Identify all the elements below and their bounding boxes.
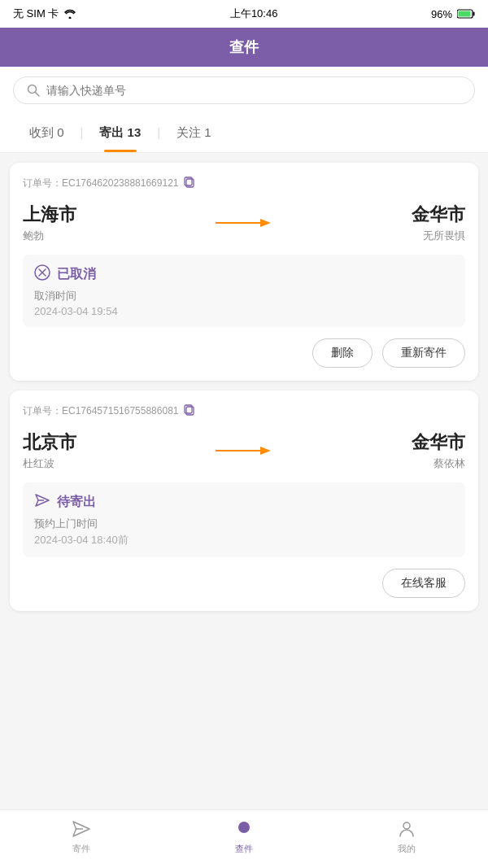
app-header: 查件 xyxy=(0,28,488,67)
card-actions-1: 删除 重新寄件 xyxy=(23,338,465,368)
resend-button[interactable]: 重新寄件 xyxy=(382,338,465,368)
nav-mine-icon xyxy=(396,818,417,840)
detail-time-1: 2024-03-04 19:54 xyxy=(34,305,454,317)
send-pending-icon xyxy=(34,492,50,512)
bottom-nav: 寄件 查件 我的 xyxy=(0,809,488,868)
svg-line-4 xyxy=(36,93,40,97)
bottom-space xyxy=(10,621,478,686)
status-right: 96% xyxy=(431,8,475,20)
copy-icon-2[interactable] xyxy=(183,403,196,419)
svg-point-22 xyxy=(243,827,246,829)
tab-received[interactable]: 收到 0 xyxy=(13,114,81,152)
search-input[interactable] xyxy=(46,84,461,97)
route-1: 上海市 鲍勃 金华市 无所畏惧 xyxy=(23,203,465,243)
detail-label-1: 取消时间 xyxy=(34,289,454,303)
card-actions-2: 在线客服 xyxy=(23,569,465,598)
status-line-1: 已取消 xyxy=(34,264,454,284)
route-arrow-1 xyxy=(211,215,277,231)
order-id-2: 订单号：EC1764571516755886081 xyxy=(23,403,465,419)
route-arrow-2 xyxy=(211,443,277,459)
nav-send-icon xyxy=(71,818,92,840)
to-city-1: 金华市 无所畏惧 xyxy=(277,203,465,243)
cancel-icon xyxy=(34,264,50,284)
from-city-1: 上海市 鲍勃 xyxy=(23,203,211,243)
battery-icon xyxy=(457,9,475,19)
order-card-2: 订单号：EC1764571516755886081 北京市 杜红波 金华市 xyxy=(10,390,478,611)
order-card-1: 订单号：EC1764620238881669121 上海市 鲍勃 金华市 xyxy=(10,163,478,381)
nav-track-icon xyxy=(233,818,255,840)
svg-rect-1 xyxy=(473,12,474,16)
status-label-1: 已取消 xyxy=(57,266,96,283)
nav-mine-label: 我的 xyxy=(398,843,416,855)
tab-followed[interactable]: 关注 1 xyxy=(160,114,228,152)
time-text: 上午10:46 xyxy=(230,7,278,21)
status-box-1: 已取消 取消时间 2024-03-04 19:54 xyxy=(23,255,465,327)
copy-icon-1[interactable] xyxy=(183,176,196,191)
search-section xyxy=(0,67,488,114)
page-title: 查件 xyxy=(229,39,259,55)
detail-label-2: 预约上门时间 xyxy=(34,517,454,531)
svg-marker-15 xyxy=(260,447,271,455)
online-service-button[interactable]: 在线客服 xyxy=(382,569,465,598)
nav-track-label: 查件 xyxy=(235,843,253,855)
tab-sent[interactable]: 寄出 13 xyxy=(83,114,157,152)
svg-point-23 xyxy=(403,822,410,829)
search-icon xyxy=(27,84,40,97)
nav-mine[interactable]: 我的 xyxy=(396,818,417,855)
battery-text: 96% xyxy=(431,8,452,20)
wifi-icon xyxy=(63,9,76,19)
tab-bar: 收到 0 | 寄出 13 | 关注 1 xyxy=(0,114,488,153)
svg-rect-2 xyxy=(458,11,470,17)
nav-send-label: 寄件 xyxy=(72,843,90,855)
svg-marker-8 xyxy=(260,219,271,227)
status-left: 无 SIM 卡 xyxy=(13,7,76,21)
detail-time-2: 2024-03-04 18:40前 xyxy=(34,533,454,547)
nav-track[interactable]: 查件 xyxy=(233,818,255,855)
status-label-2: 待寄出 xyxy=(57,494,96,511)
carrier-text: 无 SIM 卡 xyxy=(13,7,59,21)
status-bar: 无 SIM 卡 上午10:46 96% xyxy=(0,0,488,28)
status-box-2: 待寄出 预约上门时间 2024-03-04 18:40前 xyxy=(23,482,465,557)
from-city-2: 北京市 杜红波 xyxy=(23,430,211,471)
to-city-2: 金华市 蔡依林 xyxy=(277,430,465,471)
nav-send[interactable]: 寄件 xyxy=(71,818,92,855)
status-line-2: 待寄出 xyxy=(34,492,454,512)
search-wrapper[interactable] xyxy=(13,76,475,104)
delete-button[interactable]: 删除 xyxy=(312,338,373,368)
order-id-1: 订单号：EC1764620238881669121 xyxy=(23,176,465,191)
route-2: 北京市 杜红波 金华市 蔡依林 xyxy=(23,430,465,471)
content-area: 订单号：EC1764620238881669121 上海市 鲍勃 金华市 xyxy=(0,153,488,696)
